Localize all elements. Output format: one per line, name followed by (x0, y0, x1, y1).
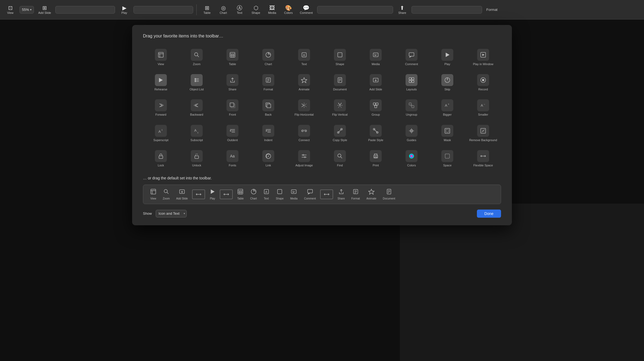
toolbar-format[interactable]: Format (484, 7, 500, 13)
tool-item-remove-bg[interactable]: Remove Background (465, 122, 501, 144)
toolbar-media[interactable]: 🖼 Media (265, 4, 279, 15)
tool-item-indent[interactable]: Indent (250, 122, 286, 144)
tool-item-subscript[interactable]: A1Subscript (179, 122, 215, 144)
bar-item-bar-text[interactable]: AText (261, 188, 272, 201)
tool-item-layouts[interactable]: Layouts (394, 71, 429, 93)
tool-label-copy-style: Copy Style (333, 138, 347, 142)
bar-item-bar-view[interactable]: View (148, 188, 159, 201)
bar-item-bar-chart[interactable]: Chart (247, 188, 259, 201)
bar-spacer-bar-flex3[interactable] (320, 189, 333, 199)
svg-rect-122 (291, 190, 296, 194)
tool-item-group[interactable]: Group (358, 97, 394, 119)
toolbar-view[interactable]: ⊡ View (3, 4, 17, 15)
backward-icon-box (191, 99, 203, 111)
tool-label-chart: Chart (265, 62, 272, 66)
tool-item-connect[interactable]: Connect (286, 122, 322, 144)
toolbar-shape[interactable]: ⬡ Shape (249, 4, 263, 15)
tool-label-guides: Guides (407, 138, 416, 142)
tool-item-smaller[interactable]: A−Smaller (465, 97, 501, 119)
tool-item-shape[interactable]: Shape (322, 46, 358, 68)
svg-rect-87 (159, 156, 163, 159)
toolbar-search-right[interactable] (317, 6, 393, 14)
tool-item-format[interactable]: Format (250, 71, 286, 93)
tool-item-text[interactable]: AText (286, 46, 322, 68)
bar-item-bar-format[interactable]: Format (349, 188, 363, 201)
tool-item-outdent[interactable]: Outdent (215, 122, 250, 144)
tool-item-table[interactable]: Table (215, 46, 250, 68)
tool-label-share: Share (228, 88, 236, 91)
toolbar-text[interactable]: Ⓐ Text (232, 4, 247, 15)
tool-item-animate[interactable]: Animate (286, 71, 322, 93)
tool-item-object-list[interactable]: Object List (179, 71, 215, 93)
tool-item-guides[interactable]: Guides (394, 122, 429, 144)
toolbar-play[interactable]: ▶ Play (117, 4, 131, 15)
object-list-icon-box (191, 74, 203, 86)
toolbar-add-slide[interactable]: ⊞ Add Slide (36, 4, 53, 15)
svg-marker-18 (482, 54, 484, 56)
bar-item-bar-media[interactable]: Media (288, 188, 300, 201)
bar-item-bar-zoom[interactable]: Zoom (160, 188, 173, 201)
tool-item-mask[interactable]: Mask (429, 122, 465, 144)
tool-item-play[interactable]: Play (429, 46, 465, 68)
bar-item-bar-animate[interactable]: Animate (364, 188, 379, 201)
tool-item-document[interactable]: Document (322, 71, 358, 93)
tool-item-lock[interactable]: Lock (143, 147, 179, 169)
tool-item-comment[interactable]: Comment (394, 46, 429, 68)
tool-item-backward[interactable]: Backward (179, 97, 215, 119)
tool-item-copy-style[interactable]: Copy Style (322, 122, 358, 144)
bar-item-bar-document[interactable]: Document (380, 188, 398, 201)
tool-item-flexible-space[interactable]: Flexible Space (465, 147, 501, 169)
tool-item-flip-h[interactable]: Flip Horizontal (286, 97, 322, 119)
tool-item-link[interactable]: Link (250, 147, 286, 169)
bar-item-bar-add-slide[interactable]: Add Slide (174, 188, 191, 201)
default-set-bar[interactable]: ViewZoomAdd SlidePlayTableChartATextShap… (143, 185, 501, 204)
tool-item-adjust-image[interactable]: Adjust Image (286, 147, 322, 169)
tool-item-chart[interactable]: Chart (250, 46, 286, 68)
tool-item-add-slide[interactable]: Add Slide (358, 71, 394, 93)
table-icon: ⊞ (205, 5, 209, 11)
bar-item-bar-shape[interactable]: Shape (273, 188, 286, 201)
bar-item-bar-share[interactable]: Share (335, 188, 347, 201)
tool-item-front[interactable]: Front (215, 97, 250, 119)
svg-text:1: 1 (197, 131, 199, 134)
toolbar-share[interactable]: ⬆ Share (395, 4, 409, 15)
tool-item-play-window[interactable]: Play in Window (465, 46, 501, 68)
show-select[interactable]: Icon Only Icon and Text Text Only (156, 210, 187, 217)
tool-item-bigger[interactable]: A+Bigger (429, 97, 465, 119)
toolbar-colors[interactable]: 🎨 Colors (281, 4, 295, 15)
tool-item-flip-v[interactable]: Flip Vertical (322, 97, 358, 119)
tool-item-ungroup[interactable]: Ungroup (394, 97, 429, 119)
tools-grid: ViewZoomTableChartATextShapeMediaComment… (143, 46, 501, 169)
toolbar-search-far[interactable] (412, 6, 482, 14)
tool-item-rehearse[interactable]: Rehearse (143, 71, 179, 93)
bar-item-bar-play[interactable]: Play (207, 188, 218, 201)
tool-label-comment: Comment (405, 62, 418, 66)
toolbar-table[interactable]: ⊞ Table (200, 4, 214, 15)
bar-item-bar-comment[interactable]: Comment (301, 188, 318, 201)
toolbar-search-mid[interactable] (133, 6, 193, 14)
zoom-button[interactable]: 55% ▾ (20, 6, 34, 14)
tool-item-paste-style[interactable]: Paste Style (358, 122, 394, 144)
tool-item-colors-tool[interactable]: Colors (394, 147, 429, 169)
tool-item-fonts[interactable]: AaFonts (215, 147, 250, 169)
tool-item-space[interactable]: Space (429, 147, 465, 169)
toolbar-comment[interactable]: 💬 Comment (298, 4, 315, 15)
tool-item-find[interactable]: Find (322, 147, 358, 169)
tool-item-back[interactable]: Back (250, 97, 286, 119)
tool-item-share[interactable]: Share (215, 71, 250, 93)
bar-spacer-bar-flex1[interactable] (192, 189, 205, 199)
bar-item-bar-table[interactable]: Table (234, 188, 246, 201)
tool-item-unlock[interactable]: Unlock (179, 147, 215, 169)
tool-item-skip[interactable]: Skip (429, 71, 465, 93)
toolbar-search-left[interactable] (55, 6, 115, 14)
toolbar-chart[interactable]: ◎ Chart (216, 4, 230, 15)
bar-spacer-bar-flex2[interactable] (220, 189, 233, 199)
done-button[interactable]: Done (477, 210, 501, 218)
tool-item-view[interactable]: View (143, 46, 179, 68)
tool-item-superscript[interactable]: A1Superscript (143, 122, 179, 144)
tool-item-zoom[interactable]: Zoom (179, 46, 215, 68)
tool-item-record[interactable]: Record (465, 71, 501, 93)
tool-item-media[interactable]: Media (358, 46, 394, 68)
tool-item-forward[interactable]: Forward (143, 97, 179, 119)
tool-item-print[interactable]: Print (358, 147, 394, 169)
